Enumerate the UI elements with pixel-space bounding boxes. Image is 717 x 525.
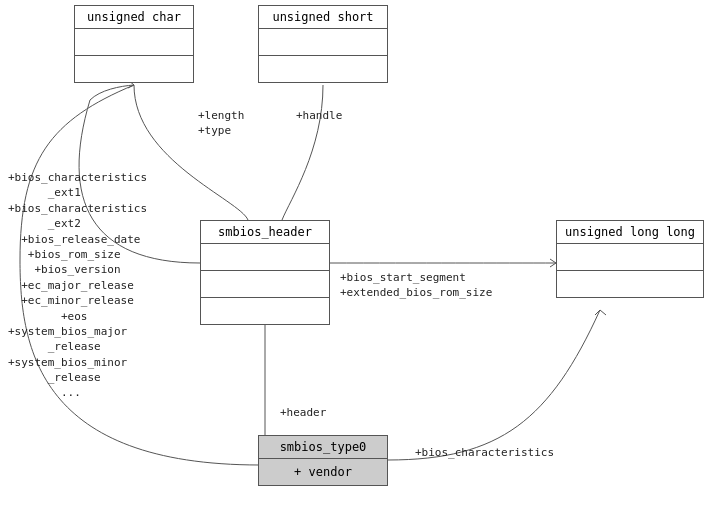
length-type-label: +length +type	[198, 108, 244, 139]
smbios-type0-vendor: + vendor	[259, 459, 387, 485]
unsigned-long-long-title: unsigned long long	[557, 221, 703, 244]
smbios-type0-title: smbios_type0	[259, 436, 387, 459]
unsigned-short-section1	[259, 29, 387, 56]
unsigned-char-title: unsigned char	[75, 6, 193, 29]
unsigned-short-box: unsigned short	[258, 5, 388, 83]
unsigned-long-long-section1	[557, 244, 703, 271]
unsigned-long-long-box: unsigned long long	[556, 220, 704, 298]
unsigned-short-section2	[259, 56, 387, 82]
diagram-container: unsigned char unsigned short smbios_head…	[0, 0, 717, 525]
unsigned-char-section1	[75, 29, 193, 56]
handle-label: +handle	[296, 108, 342, 123]
smbios-header-section2	[201, 271, 329, 298]
unsigned-char-section2	[75, 56, 193, 82]
unsigned-long-long-section2	[557, 271, 703, 297]
smbios-header-section3	[201, 298, 329, 324]
smbios-header-box: smbios_header	[200, 220, 330, 325]
smbios-type0-box: smbios_type0 + vendor	[258, 435, 388, 486]
header-label: +header	[280, 405, 326, 420]
bios-start-label: +bios_start_segment +extended_bios_rom_s…	[340, 270, 492, 301]
unsigned-char-box: unsigned char	[74, 5, 194, 83]
smbios-header-title: smbios_header	[201, 221, 329, 244]
unsigned-short-title: unsigned short	[259, 6, 387, 29]
smbios-header-section1	[201, 244, 329, 271]
bios-fields-label: +bios_characteristics _ext1 +bios_charac…	[8, 170, 147, 401]
bios-characteristics-label: +bios_characteristics	[415, 445, 554, 460]
